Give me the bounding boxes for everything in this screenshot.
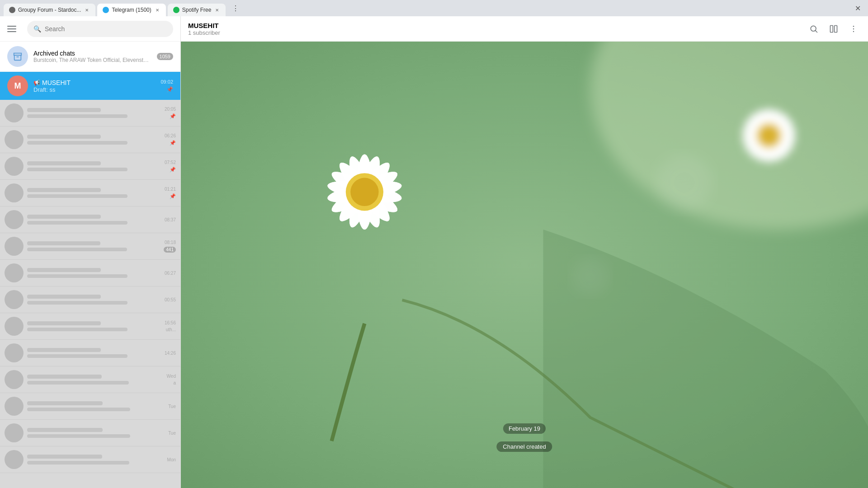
svg-point-5 xyxy=(853,31,854,32)
search-bar[interactable]: 🔍 xyxy=(27,21,173,37)
grey-row-3[interactable]: 07:52 📌 xyxy=(0,153,180,180)
search-button[interactable] xyxy=(807,22,821,36)
browser-chrome: Groupy Forum - Stardoc... ✕ Telegram (15… xyxy=(0,0,868,16)
grey-time-4: 01:21 xyxy=(165,187,176,192)
grey-time-7: 06:27 xyxy=(165,271,176,276)
grey-row-10[interactable]: 14:26 xyxy=(0,340,180,366)
tab-spotify[interactable]: Spotify Free ✕ xyxy=(168,4,226,16)
grey-line-bot-5 xyxy=(27,221,127,225)
grey-time-10: 14:26 xyxy=(165,351,176,356)
grey-line-top-10 xyxy=(27,348,101,352)
grey-row-11[interactable]: Wed a xyxy=(0,366,180,393)
grey-line-top-2 xyxy=(27,135,101,139)
grey-row-7[interactable]: 06:27 xyxy=(0,260,180,286)
app-container: 🔍 Archived chats Burstcoin, The ARAW Tok… xyxy=(0,16,868,488)
grey-line-bot-8 xyxy=(27,301,127,305)
tab-groupy-close[interactable]: ✕ xyxy=(84,7,90,13)
grey-avatar-7 xyxy=(5,263,24,282)
channel-icon: 📢 xyxy=(33,80,40,86)
grey-avatar-1 xyxy=(5,103,24,122)
grey-line-bot-11 xyxy=(27,381,129,385)
grey-line-top-14 xyxy=(27,455,102,459)
grey-content-4 xyxy=(27,188,161,198)
grey-pin-3: 📌 xyxy=(170,167,176,173)
grey-right-10: 14:26 xyxy=(165,351,176,356)
grey-avatar-4 xyxy=(5,183,24,202)
grey-avatar-6 xyxy=(5,237,24,256)
grey-right-8: 00:55 xyxy=(165,297,176,302)
grey-line-top-11 xyxy=(27,375,102,379)
grey-time-8: 00:55 xyxy=(165,297,176,302)
grey-line-top-4 xyxy=(27,188,101,192)
archived-badge: 1059 xyxy=(157,53,173,60)
musehit-info: 📢 MUSEHIT Draft: ss xyxy=(33,79,155,93)
chat-header-actions xyxy=(807,22,861,36)
grey-row-13[interactable]: Tue xyxy=(0,420,180,446)
grey-line-bot-2 xyxy=(27,141,127,145)
grey-avatar-9 xyxy=(5,317,24,336)
grey-time-12: Tue xyxy=(168,404,176,409)
grey-avatar-12 xyxy=(5,397,24,416)
grey-content-10 xyxy=(27,348,161,358)
grey-row-14[interactable]: Mon xyxy=(0,446,180,473)
grey-line-bot-1 xyxy=(27,114,127,118)
grey-line-bot-4 xyxy=(27,194,127,198)
grey-pin-1: 📌 xyxy=(170,113,176,119)
grey-right-9: 16:56 uth... xyxy=(165,320,176,332)
grey-time-14: Mon xyxy=(167,457,176,462)
groupy-favicon xyxy=(9,7,15,13)
grey-time-3: 07:52 xyxy=(165,160,176,165)
grey-content-8 xyxy=(27,295,161,305)
grey-row-12[interactable]: Tue xyxy=(0,393,180,420)
grey-content-11 xyxy=(27,375,163,385)
tab-groupy[interactable]: Groupy Forum - Stardoc... ✕ xyxy=(4,4,95,16)
hamburger-line-3 xyxy=(7,31,16,32)
grey-line-bot-6 xyxy=(27,248,127,251)
chat-item-musehit[interactable]: M 📢 MUSEHIT Draft: ss 09:02 📌 xyxy=(0,72,180,100)
archived-chats-item[interactable]: Archived chats Burstcoin, The ARAW Token… xyxy=(0,42,180,72)
grey-row-9[interactable]: 16:56 uth... xyxy=(0,313,180,340)
tab-telegram-close[interactable]: ✕ xyxy=(154,7,160,13)
grey-row-1[interactable]: 20:05 📌 xyxy=(0,100,180,127)
svg-point-3 xyxy=(853,25,854,27)
chat-background: February 19 Channel created xyxy=(181,42,868,488)
grey-extra-11: a xyxy=(173,380,176,385)
grey-content-3 xyxy=(27,161,161,171)
chat-header-name: MUSEHIT xyxy=(188,22,807,29)
tab-menu-button[interactable]: ⋮ xyxy=(229,3,242,14)
tab-telegram[interactable]: Telegram (1500) ✕ xyxy=(97,4,165,16)
grey-right-13: Tue xyxy=(168,431,176,436)
grey-line-bot-3 xyxy=(27,168,127,171)
hamburger-button[interactable] xyxy=(7,22,22,36)
more-options-button[interactable] xyxy=(846,22,861,36)
search-icon: 🔍 xyxy=(33,25,41,33)
columns-button[interactable] xyxy=(826,22,841,36)
grey-avatar-14 xyxy=(5,450,24,469)
musehit-avatar-letter: M xyxy=(14,81,21,91)
grey-line-top-13 xyxy=(27,428,103,432)
grey-line-top-6 xyxy=(27,241,100,245)
grey-row-8[interactable]: 00:55 xyxy=(0,286,180,313)
grey-row-2[interactable]: 06:26 📌 xyxy=(0,127,180,153)
grey-right-3: 07:52 📌 xyxy=(165,160,176,173)
grey-content-6 xyxy=(27,241,160,251)
grey-row-6[interactable]: 08:18 441 xyxy=(0,233,180,260)
grey-right-1: 20:05 📌 xyxy=(165,107,176,119)
sidebar-header: 🔍 xyxy=(0,16,180,42)
grey-line-top-8 xyxy=(27,295,101,299)
grey-content-5 xyxy=(27,215,161,225)
search-input[interactable] xyxy=(45,25,167,33)
grey-right-2: 06:26 📌 xyxy=(165,133,176,146)
svg-rect-2 xyxy=(835,25,837,32)
browser-close-button[interactable]: ✕ xyxy=(851,3,864,14)
tab-spotify-close[interactable]: ✕ xyxy=(214,7,220,13)
grey-row-5[interactable]: 08:37 xyxy=(0,206,180,233)
grey-content-2 xyxy=(27,135,161,145)
grey-avatar-8 xyxy=(5,290,24,309)
grey-line-top-9 xyxy=(27,321,101,325)
svg-point-27 xyxy=(350,178,378,206)
grey-time-11: Wed xyxy=(167,374,176,379)
grey-row-4[interactable]: 01:21 📌 xyxy=(0,180,180,206)
grey-avatar-11 xyxy=(5,370,24,389)
grey-avatar-2 xyxy=(5,130,24,149)
